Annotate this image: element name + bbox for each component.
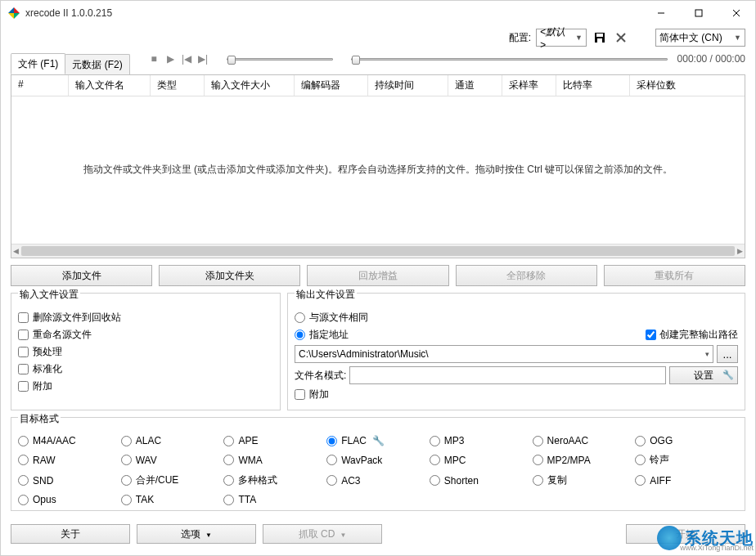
- col-codec[interactable]: 编解码器: [295, 75, 368, 96]
- format-radio[interactable]: [121, 475, 132, 486]
- horizontal-scrollbar[interactable]: ◀▶: [11, 244, 745, 258]
- format-option-wav[interactable]: WAV: [121, 453, 224, 467]
- format-option-ape[interactable]: APE: [223, 435, 326, 446]
- format-option-tta[interactable]: TTA: [223, 494, 326, 505]
- chk-append-input[interactable]: [18, 381, 29, 392]
- chk-preprocess[interactable]: [18, 347, 29, 357]
- remove-all-button[interactable]: 全部移除: [456, 265, 597, 286]
- format-radio[interactable]: [223, 475, 234, 486]
- wrench-icon[interactable]: 🔧: [372, 435, 385, 446]
- output-panel-title: 输出文件设置: [295, 288, 357, 302]
- input-panel-title: 输入文件设置: [18, 288, 80, 302]
- format-option-snd[interactable]: SND: [18, 473, 121, 487]
- format-radio[interactable]: [121, 436, 132, 446]
- col-filename[interactable]: 输入文件名: [69, 75, 151, 96]
- format-option-aiff[interactable]: AIFF: [635, 473, 738, 487]
- format-option-raw[interactable]: RAW: [18, 453, 121, 467]
- format-radio[interactable]: [326, 436, 337, 446]
- format-radio[interactable]: [223, 455, 234, 465]
- format-radio[interactable]: [223, 436, 234, 446]
- format-radio[interactable]: [430, 475, 440, 486]
- format-option-m4a-aac[interactable]: M4A/AAC: [18, 435, 121, 446]
- replay-gain-button[interactable]: 回放增益: [307, 265, 448, 286]
- chk-delete-to-recycle[interactable]: [18, 312, 29, 323]
- svg-marker-2: [8, 13, 14, 19]
- close-button[interactable]: [718, 1, 755, 25]
- format-radio[interactable]: [18, 475, 29, 486]
- format-option-mp3[interactable]: MP3: [430, 435, 533, 446]
- slider-thumb[interactable]: [352, 56, 360, 65]
- grab-cd-button[interactable]: 抓取 CD▼: [263, 524, 382, 544]
- format-option-wma[interactable]: WMA: [223, 453, 326, 467]
- tab-metadata[interactable]: 元数据 (F2): [65, 54, 129, 74]
- svg-marker-3: [14, 13, 20, 19]
- format-option-shorten[interactable]: Shorten: [430, 473, 533, 487]
- table-empty-message[interactable]: 拖动文件或文件夹到这里 (或点击添加文件或添加文件夹)。程序会自动选择所支持的文…: [11, 96, 745, 244]
- format-option-mpc[interactable]: MPC: [430, 453, 533, 467]
- chk-append-output[interactable]: [295, 389, 305, 400]
- format-option-wavpack[interactable]: WavPack: [326, 453, 430, 467]
- col-bitrate[interactable]: 比特率: [556, 75, 630, 96]
- language-select[interactable]: 简体中文 (CN)▼: [655, 29, 745, 47]
- options-button[interactable]: 选项▼: [137, 524, 256, 544]
- format-radio[interactable]: [326, 455, 337, 465]
- save-config-button[interactable]: [592, 29, 608, 46]
- radio-same-as-source[interactable]: [295, 312, 305, 323]
- format-radio[interactable]: [430, 455, 440, 465]
- browse-button[interactable]: ...: [717, 345, 738, 363]
- format-radio[interactable]: [121, 455, 132, 465]
- about-button[interactable]: 关于: [11, 524, 130, 544]
- radio-specify-path[interactable]: [295, 330, 305, 340]
- format-option-flac[interactable]: FLAC🔧: [326, 435, 430, 446]
- format-option--[interactable]: 复制: [533, 473, 636, 487]
- filename-settings-button[interactable]: 设置🔧: [669, 366, 738, 384]
- format-radio[interactable]: [121, 495, 132, 505]
- format-option-tak[interactable]: TAK: [121, 494, 224, 505]
- format-radio[interactable]: [18, 495, 29, 505]
- format-option--[interactable]: 铃声: [635, 453, 738, 467]
- seek-slider[interactable]: [351, 58, 668, 61]
- config-select[interactable]: <默认>▼: [536, 29, 587, 47]
- format-radio[interactable]: [635, 475, 646, 486]
- col-size[interactable]: 输入文件大小: [205, 75, 295, 96]
- output-path-input[interactable]: C:\Users\Administrator\Music\▾: [295, 345, 713, 363]
- chk-normalize[interactable]: [18, 364, 29, 374]
- col-duration[interactable]: 持续时间: [368, 75, 448, 96]
- format-radio[interactable]: [430, 436, 440, 446]
- reload-all-button[interactable]: 重载所有: [604, 265, 745, 286]
- format-radio[interactable]: [326, 475, 337, 486]
- format-option-mp2-mpa[interactable]: MP2/MPA: [533, 453, 636, 467]
- col-bitdepth[interactable]: 采样位数: [630, 75, 745, 96]
- svg-rect-9: [596, 34, 603, 37]
- filename-pattern-input[interactable]: [349, 366, 666, 384]
- maximize-button[interactable]: [680, 1, 718, 25]
- format-radio[interactable]: [18, 436, 29, 446]
- format-radio[interactable]: [533, 455, 543, 465]
- chk-rename-source[interactable]: [18, 330, 29, 340]
- format-option--[interactable]: 多种格式: [223, 473, 326, 487]
- format-option-ac3[interactable]: AC3: [326, 473, 430, 487]
- col-channels[interactable]: 通道: [448, 75, 502, 96]
- col-type[interactable]: 类型: [151, 75, 205, 96]
- format-option-opus[interactable]: Opus: [18, 494, 121, 505]
- format-radio[interactable]: [533, 475, 543, 486]
- add-file-button[interactable]: 添加文件: [11, 265, 152, 286]
- slider-thumb[interactable]: [227, 56, 236, 65]
- delete-config-button[interactable]: [613, 29, 629, 46]
- format-option-alac[interactable]: ALAC: [121, 435, 224, 446]
- tab-files[interactable]: 文件 (F1): [11, 53, 65, 74]
- format-radio[interactable]: [635, 436, 646, 446]
- add-folder-button[interactable]: 添加文件夹: [159, 265, 300, 286]
- format-radio[interactable]: [223, 495, 234, 505]
- format-radio[interactable]: [533, 436, 543, 446]
- volume-slider[interactable]: [227, 58, 333, 61]
- format-option-neroaac[interactable]: NeroAAC: [533, 435, 636, 446]
- format-radio[interactable]: [18, 455, 29, 465]
- format-radio[interactable]: [635, 455, 646, 465]
- format-option--cue[interactable]: 合并/CUE: [121, 473, 224, 487]
- col-samplerate[interactable]: 采样率: [502, 75, 556, 96]
- format-option-ogg[interactable]: OGG: [635, 435, 738, 446]
- chk-create-full-path[interactable]: [646, 330, 656, 340]
- col-number[interactable]: #: [11, 75, 69, 96]
- minimize-button[interactable]: [642, 1, 680, 25]
